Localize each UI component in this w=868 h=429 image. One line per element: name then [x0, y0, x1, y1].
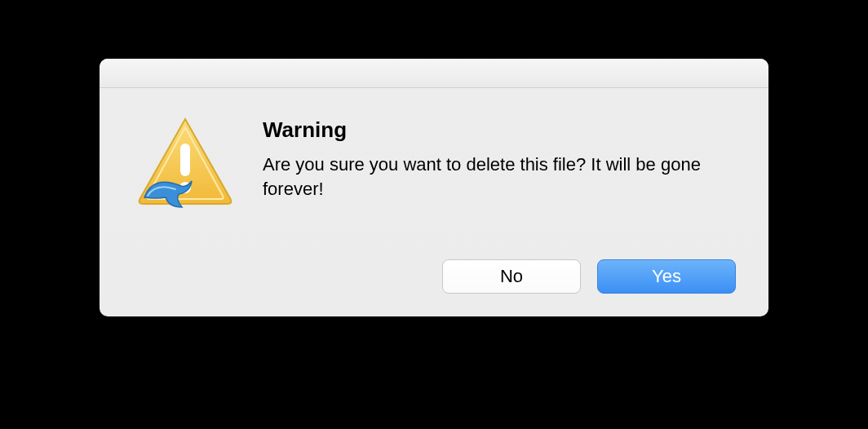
svg-rect-0 [180, 144, 190, 176]
warning-icon [132, 113, 238, 219]
no-button[interactable]: No [442, 259, 581, 294]
dialog-title: Warning [263, 117, 736, 143]
dialog-titlebar [100, 59, 768, 88]
yes-button[interactable]: Yes [597, 259, 736, 294]
dialog-text: Warning Are you sure you want to delete … [263, 113, 736, 219]
dialog-buttons: No Yes [442, 259, 736, 294]
dialog-message: Are you sure you want to delete this fil… [263, 153, 703, 201]
warning-dialog: Warning Are you sure you want to delete … [100, 59, 768, 316]
dialog-content: Warning Are you sure you want to delete … [100, 88, 768, 235]
